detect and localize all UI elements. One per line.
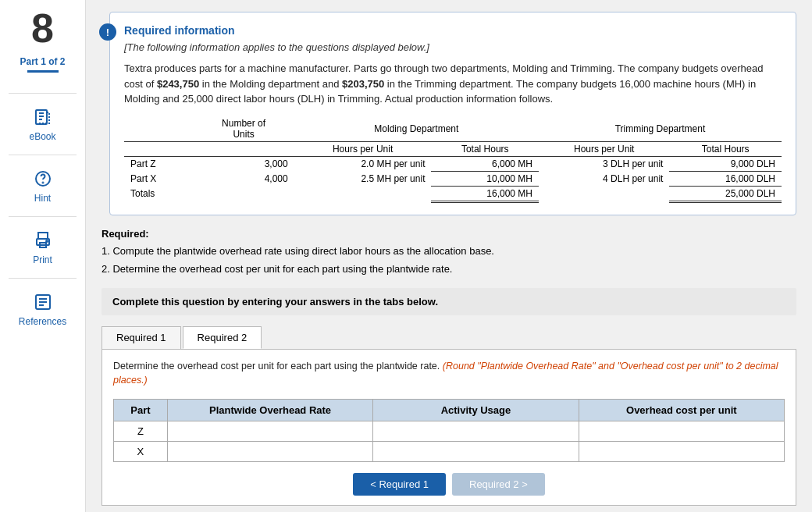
main-content: ! Required information [The following in… [86, 0, 812, 512]
info-icon: ! [99, 23, 116, 41]
print-icon [31, 229, 55, 251]
part-z-total-mh: 6,000 MH [431, 156, 539, 171]
sidebar: 8 Part 1 of 2 eBook Hint [0, 0, 86, 512]
col-header-units: Number ofUnits [194, 116, 294, 142]
sidebar-item-ebook[interactable]: eBook [29, 106, 55, 142]
sidebar-divider-3 [9, 216, 77, 217]
totals-label: Totals [124, 186, 194, 201]
answer-col-part: Part [114, 400, 168, 421]
table-row-partz: Part Z 3,000 2.0 MH per unit 6,000 MH 3 … [124, 156, 782, 171]
required-title: Required: [102, 228, 796, 240]
svg-rect-3 [38, 233, 48, 239]
part-z-rate-input[interactable] [171, 425, 369, 437]
col-header-dlh-per-unit: Hours per Unit [539, 141, 669, 156]
table-row-totals: Totals 16,000 MH 25,000 DLH [124, 186, 782, 201]
required-item-1: 1. Compute the plantwide overhead rate u… [102, 244, 796, 259]
sidebar-divider-1 [9, 93, 77, 94]
table-row: X [114, 442, 785, 462]
totals-units [194, 186, 294, 201]
sidebar-divider-2 [9, 155, 77, 155]
part-z-total-dlh: 9,000 DLH [669, 156, 782, 171]
part-x-cell: X [114, 442, 168, 462]
info-box: ! Required information [The following in… [109, 12, 796, 215]
svg-point-2 [42, 183, 43, 183]
nav-buttons: < Required 1 Required 2 > [113, 473, 785, 496]
info-subtitle: [The following information applies to th… [124, 41, 782, 53]
part-underline-decoration [27, 70, 59, 73]
part-x-usage-cell[interactable] [373, 442, 579, 462]
part-z-units: 3,000 [194, 156, 294, 171]
col-header-mh-per-unit: Hours per Unit [294, 141, 432, 156]
book-icon [31, 106, 55, 128]
part-z-cell: Z [114, 421, 168, 442]
hint-label: Hint [34, 193, 51, 204]
tab-required1[interactable]: Required 1 [102, 326, 181, 349]
part-x-cost-cell[interactable] [579, 442, 784, 462]
tab-required2[interactable]: Required 2 [183, 326, 262, 349]
part-x-total-mh: 10,000 MH [431, 171, 539, 186]
required-item-2: 2. Determine the overhead cost per unit … [102, 261, 796, 277]
part-x-dlh-per-unit: 4 DLH per unit [539, 171, 669, 186]
sidebar-item-references[interactable]: References [19, 291, 66, 327]
info-paragraph: Textra produces parts for a machine manu… [124, 61, 782, 107]
part-z-rate-cell[interactable] [167, 421, 372, 442]
tab-description: Determine the overhead cost per unit for… [113, 359, 785, 389]
part-z-label: Part Z [124, 156, 194, 171]
print-label: Print [33, 254, 52, 265]
col-header-trimming: Trimming Department [539, 116, 782, 142]
info-title: Required information [124, 24, 782, 37]
sidebar-item-print[interactable]: Print [31, 229, 55, 265]
part-z-mh-per-unit: 2.0 MH per unit [294, 156, 432, 171]
next-button[interactable]: Required 2 > [452, 473, 545, 496]
required-section: Required: 1. Compute the plantwide overh… [102, 228, 796, 277]
table-row: Z [114, 421, 785, 442]
sidebar-divider-4 [9, 278, 77, 279]
part-z-cost-input[interactable] [582, 425, 781, 437]
part-x-rate-input[interactable] [171, 446, 369, 457]
part-z-usage-input[interactable] [376, 425, 575, 437]
part-x-rate-cell[interactable] [167, 442, 372, 462]
ebook-label: eBook [29, 131, 55, 142]
totals-total-dlh: 25,000 DLH [669, 186, 782, 201]
svg-point-6 [46, 240, 48, 242]
answer-col-rate: Plantwide Overhead Rate [167, 400, 372, 421]
col-header-molding: Molding Department [294, 116, 539, 142]
col-header-dlh-total: Total Hours [669, 141, 782, 156]
part-x-total-dlh: 16,000 DLH [669, 171, 782, 186]
totals-dlh-per-unit [539, 186, 669, 201]
answer-table: Part Plantwide Overhead Rate Activity Us… [113, 399, 785, 462]
part-z-dlh-per-unit: 3 DLH per unit [539, 156, 669, 171]
part-x-mh-per-unit: 2.5 MH per unit [294, 171, 432, 186]
references-icon [31, 291, 55, 313]
part-x-cost-input[interactable] [582, 446, 781, 457]
tab-content: Determine the overhead cost per unit for… [102, 349, 796, 507]
answer-col-cost: Overhead cost per unit [579, 400, 784, 421]
hint-icon [31, 168, 55, 190]
part-z-usage-cell[interactable] [373, 421, 579, 442]
production-table: Number ofUnits Molding Department Trimmi… [124, 116, 782, 203]
table-row-partx: Part X 4,000 2.5 MH per unit 10,000 MH 4… [124, 171, 782, 186]
totals-mh-per-unit [294, 186, 432, 201]
totals-total-mh: 16,000 MH [431, 186, 539, 201]
tab-description-main: Determine the overhead cost per unit for… [113, 361, 440, 372]
tabs-container: Required 1 Required 2 [102, 326, 796, 349]
part-label: Part 1 of 2 [20, 56, 65, 67]
complete-text: Complete this question by entering your … [112, 296, 438, 308]
part-z-cost-cell[interactable] [579, 421, 784, 442]
part-x-usage-input[interactable] [376, 446, 575, 457]
part-x-units: 4,000 [194, 171, 294, 186]
references-label: References [19, 316, 66, 327]
sidebar-item-hint[interactable]: Hint [31, 168, 55, 204]
prev-button[interactable]: < Required 1 [353, 473, 446, 496]
complete-box: Complete this question by entering your … [102, 288, 796, 315]
answer-col-usage: Activity Usage [373, 400, 579, 421]
page-number: 8 [31, 8, 54, 48]
col-header-mh-total: Total Hours [431, 141, 539, 156]
part-x-label: Part X [124, 171, 194, 186]
